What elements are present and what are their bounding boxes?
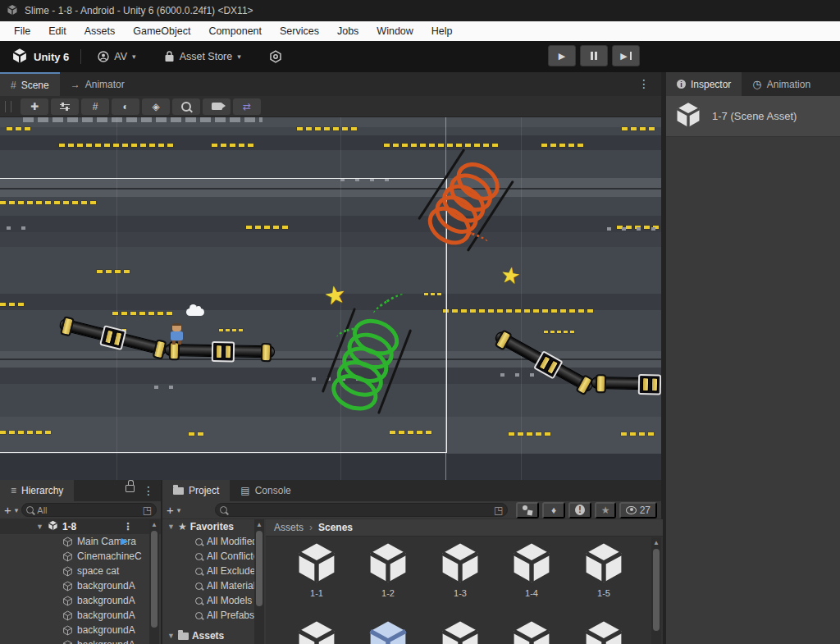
favorites-filter-button[interactable]: ★ <box>595 502 616 518</box>
filter-by-label-button[interactable]: ♦ <box>542 502 565 518</box>
expand-search-icon[interactable]: ◳ <box>494 505 503 515</box>
gizmos-toggle-button[interactable]: ◈ <box>142 98 170 115</box>
scroll-up-icon[interactable]: ▲ <box>149 521 159 528</box>
camera-tool-button[interactable] <box>203 98 231 115</box>
account-dropdown[interactable]: AV ▾ <box>93 50 140 63</box>
favorites-scrollbar[interactable]: ▲ <box>254 519 264 644</box>
tab-project[interactable]: Project <box>162 480 230 501</box>
hierarchy-item[interactable]: backgroundA <box>0 623 161 637</box>
favorite-search-item[interactable]: All Models <box>162 593 254 608</box>
menu-edit[interactable]: Edit <box>39 25 75 37</box>
foldout-icon[interactable]: ▼ <box>167 523 175 531</box>
breadcrumb-assets[interactable]: Assets <box>274 522 304 533</box>
scene-viewport[interactable]: ★★ <box>0 117 661 480</box>
menu-window[interactable]: Window <box>368 25 422 37</box>
hierarchy-item[interactable]: space cat <box>0 564 161 578</box>
asset-scene-1-4[interactable]: 1-4 <box>501 541 562 598</box>
foldout-icon[interactable]: ▼ <box>167 632 175 640</box>
menu-help[interactable]: Help <box>422 25 462 37</box>
hierarchy-scrollbar[interactable]: ▲ <box>149 519 159 644</box>
hierarchy-item[interactable]: backgroundA <box>0 637 161 644</box>
favorite-search-item[interactable]: All Modified <box>162 534 254 549</box>
assets-folder-row[interactable]: ▼ Assets <box>162 628 254 643</box>
hierarchy-scene-root[interactable]: ▼ 1-8 ⋮ <box>0 519 161 534</box>
layers-tool-button[interactable] <box>51 98 79 115</box>
foldout-icon[interactable]: ▼ <box>36 523 43 531</box>
tab-console[interactable]: ▤ Console <box>230 480 301 501</box>
pipe-platform[interactable] <box>165 344 275 358</box>
asset-scene-1-1[interactable]: 1-1 <box>286 541 347 598</box>
scroll-up-icon[interactable]: ▲ <box>651 539 661 546</box>
toolbar-drag-handle[interactable] <box>5 101 11 112</box>
pipe-platform[interactable] <box>493 330 595 394</box>
player-character[interactable] <box>168 322 185 345</box>
shuffle-tool-button[interactable]: ⇄ <box>233 98 261 115</box>
pause-button[interactable] <box>580 45 608 66</box>
scene-icon <box>48 520 58 533</box>
asset-scene-row2[interactable] <box>501 619 562 644</box>
hidden-packages-button[interactable]: ! <box>568 502 591 518</box>
hierarchy-item[interactable]: backgroundA <box>0 593 161 608</box>
project-search[interactable]: ◳ <box>215 503 508 517</box>
menu-assets[interactable]: Assets <box>75 25 125 37</box>
hierarchy-search-input[interactable] <box>37 505 139 515</box>
add-object-button[interactable]: + <box>4 504 11 516</box>
scene-root-kebab[interactable]: ⋮ <box>123 522 133 532</box>
tab-hierarchy[interactable]: ≡ Hierarchy <box>0 480 74 501</box>
menu-component[interactable]: Component <box>199 25 271 37</box>
grid-toggle-button[interactable]: # <box>81 98 109 115</box>
asset-scene-row2[interactable] <box>358 619 418 644</box>
tab-inspector[interactable]: i Inspector <box>666 72 742 96</box>
create-asset-button[interactable]: + <box>167 504 174 516</box>
expand-search-icon[interactable]: ◳ <box>143 505 152 515</box>
hierarchy-item[interactable]: CinemachineC <box>0 549 161 564</box>
scrollbar-thumb[interactable] <box>653 549 660 631</box>
visibility-count-button[interactable]: 27 <box>619 502 657 518</box>
tab-animation[interactable]: ◷ Animation <box>742 72 821 96</box>
filter-by-type-button[interactable] <box>516 502 539 518</box>
asset-scene-1-5[interactable]: 1-5 <box>573 541 634 598</box>
scroll-up-icon[interactable]: ▲ <box>254 521 264 528</box>
search-tool-button[interactable] <box>172 98 200 115</box>
asset-scene-1-2[interactable]: 1-2 <box>358 541 418 598</box>
menu-jobs[interactable]: Jobs <box>328 25 368 37</box>
gameobject-icon <box>62 566 73 577</box>
hierarchy-search[interactable]: ◳ <box>21 503 157 517</box>
favorite-search-item[interactable]: All Materials <box>162 578 254 593</box>
asset-store-dropdown[interactable]: Asset Store ▾ <box>159 50 246 63</box>
scrollbar-thumb[interactable] <box>256 531 262 606</box>
favorites-header[interactable]: ▼ ★ Favorites <box>162 519 254 534</box>
scrollbar-thumb[interactable] <box>151 531 158 628</box>
chevron-down-icon[interactable]: ▾ <box>15 506 19 514</box>
hierarchy-item[interactable]: Main Camera▶ <box>0 534 161 549</box>
menu-gameobject[interactable]: GameObject <box>124 25 199 37</box>
star-collectible[interactable]: ★ <box>322 281 349 309</box>
asset-scene-row2[interactable] <box>573 619 634 644</box>
asset-scene-row2[interactable] <box>430 619 491 644</box>
hierarchy-item[interactable]: backgroundA <box>0 578 161 593</box>
pipe-platform[interactable] <box>591 377 661 391</box>
asset-scene-1-3[interactable]: 1-3 <box>430 541 491 598</box>
view-tool-button[interactable]: ✚ <box>21 98 48 115</box>
menu-services[interactable]: Services <box>271 25 328 37</box>
tab-scene[interactable]: # Scene <box>0 72 60 96</box>
project-search-input[interactable] <box>231 505 491 515</box>
lock-icon[interactable] <box>126 485 135 492</box>
shading-mode-button[interactable]: ◐ <box>112 98 139 115</box>
tab-animator[interactable]: → Animator <box>60 72 135 96</box>
favorite-search-item[interactable]: All Prefabs <box>162 608 254 623</box>
menu-file[interactable]: File <box>5 25 39 37</box>
hierarchy-item[interactable]: backgroundA <box>0 608 161 623</box>
hierarchy-menu-kebab[interactable]: ⋮ <box>143 480 161 501</box>
favorite-search-item[interactable]: All Excluded <box>162 564 254 578</box>
step-button[interactable]: ▶ <box>612 45 640 66</box>
scene-menu-kebab[interactable]: ⋮ <box>638 72 661 96</box>
asset-scene-row2[interactable] <box>286 619 347 644</box>
unity-cloud-button[interactable] <box>264 49 287 64</box>
star-collectible[interactable]: ★ <box>499 263 522 288</box>
play-button[interactable]: ▶ <box>548 45 576 66</box>
grid-scrollbar[interactable]: ▲ <box>651 537 661 644</box>
favorite-search-item[interactable]: All Conflicted <box>162 549 254 564</box>
chevron-down-icon[interactable]: ▾ <box>177 506 181 514</box>
breadcrumb-scenes[interactable]: Scenes <box>318 522 353 533</box>
